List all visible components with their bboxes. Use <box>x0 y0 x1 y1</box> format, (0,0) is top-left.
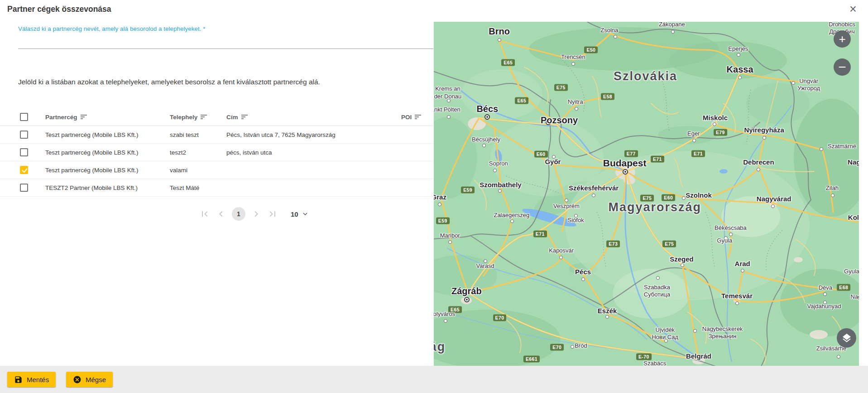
city-dot <box>484 259 487 263</box>
road-shield: E71 <box>651 155 664 162</box>
column-header-partnerceg[interactable]: Partnercég <box>45 108 87 126</box>
road-shield: E71 <box>533 230 547 237</box>
page-title: Partner cégek összevonása <box>7 5 111 14</box>
city-dot <box>681 263 684 267</box>
city-dot <box>575 107 578 111</box>
table-body: Teszt partnercég (Mobile LBS Kft.)szabi … <box>0 126 433 197</box>
page-size-select[interactable]: 10 <box>291 210 309 218</box>
save-icon <box>14 375 23 384</box>
road-shield: E65 <box>448 306 462 313</box>
city-dot <box>738 76 742 79</box>
map-canvas[interactable]: E65E50E75E65E58E79E71E60E77E71E60E75E59E… <box>434 22 859 366</box>
city-dot <box>510 219 514 223</box>
first-page-icon[interactable] <box>199 209 210 219</box>
city-dot <box>820 147 823 151</box>
city-dot <box>671 30 675 34</box>
city-dot <box>771 204 775 208</box>
table-header: Partnercég Telephely Cím POI <box>0 108 433 126</box>
table-row[interactable]: Teszt partnercég (Mobile LBS Kft.)szabi … <box>0 126 433 144</box>
city-dot <box>581 277 585 281</box>
row-checkbox[interactable] <box>20 131 28 139</box>
road-shield: E75 <box>554 84 568 91</box>
city-dot <box>498 189 502 193</box>
city-dot <box>823 292 827 296</box>
city-dot <box>693 329 697 333</box>
city-dot <box>444 319 447 323</box>
zoom-in-button[interactable]: + <box>834 30 851 48</box>
sort-icon[interactable] <box>201 114 207 120</box>
city-dot <box>571 345 574 349</box>
road-shield: E75 <box>662 240 676 247</box>
cell-telephely: szabi teszt <box>170 126 199 144</box>
cell-partnerceg: Teszt partnercég (Mobile LBS Kft.) <box>45 144 139 161</box>
city-dot <box>664 339 668 343</box>
city-dot <box>762 136 766 140</box>
city-dot <box>713 122 716 126</box>
city-dot <box>565 199 568 202</box>
city-dot <box>823 301 827 304</box>
table-row[interactable]: Teszt partnercég (Mobile LBS Kft.)valami <box>0 161 433 179</box>
footer-bar: Mentés Mégse <box>0 366 868 393</box>
city-dot <box>791 81 795 85</box>
cancel-button[interactable]: Mégse <box>66 372 113 387</box>
sort-icon[interactable] <box>241 114 248 120</box>
cell-telephely: teszt2 <box>170 144 186 161</box>
city-dot <box>724 236 728 240</box>
road-shield: E59 <box>461 187 475 194</box>
zoom-out-button[interactable]: − <box>834 58 851 76</box>
city-dot <box>848 23 851 27</box>
city-dot <box>447 99 451 102</box>
column-header-cim[interactable]: Cím <box>226 108 248 126</box>
capital-dot <box>464 297 470 302</box>
table-row[interactable]: Teszt partnercég (Mobile LBS Kft.)teszt2… <box>0 144 433 161</box>
city-dot <box>605 315 609 319</box>
road-shield: E59 <box>436 218 450 224</box>
paginator: 1 10 <box>199 204 309 224</box>
row-checkbox[interactable] <box>20 166 28 174</box>
circle-x-icon <box>73 375 82 384</box>
cell-cim: pécs, istván utca <box>226 144 272 161</box>
close-icon[interactable]: × <box>846 2 860 16</box>
road-shield: E65 <box>515 97 528 104</box>
road-shield: E60 <box>534 151 548 158</box>
city-dot <box>498 38 501 42</box>
column-header-poi[interactable]: POI <box>401 108 422 126</box>
city-dot <box>447 115 451 119</box>
city-dot <box>559 256 563 259</box>
city-dot <box>574 214 578 218</box>
row-checkbox[interactable] <box>20 148 28 156</box>
city-dot <box>837 355 840 359</box>
city-dot <box>682 196 686 200</box>
road-shield: E50 <box>584 47 598 53</box>
partner-select-label: Válaszd ki a partnercég nevét, amely alá… <box>18 25 206 32</box>
city-dot <box>493 169 497 172</box>
next-page-icon[interactable] <box>251 209 262 219</box>
road-shield: E73 <box>606 241 620 247</box>
road-shield: E79 <box>714 129 727 136</box>
save-button[interactable]: Mentés <box>7 372 56 387</box>
road-shield: E70 <box>493 315 507 321</box>
road-shield: E60 <box>662 194 675 201</box>
layers-button[interactable] <box>837 328 856 348</box>
road-shield: E75 <box>640 194 654 201</box>
road-shield: E661 <box>523 355 540 362</box>
partner-select-input[interactable] <box>18 49 433 49</box>
capital-dot <box>623 169 628 175</box>
cell-cim: Pécs, István utca 7, 7625 Magyarország <box>226 126 336 144</box>
layers-icon <box>841 333 852 344</box>
capital-dot <box>484 114 490 120</box>
sort-icon[interactable] <box>415 114 422 120</box>
sort-icon[interactable] <box>81 114 87 120</box>
road-shield: E68 <box>837 284 850 291</box>
column-header-telephely[interactable]: Telephely <box>170 108 207 126</box>
city-dot <box>571 62 575 66</box>
table-row[interactable]: TESZT2 Partner (Mobile LBS Kft.)Teszt Má… <box>0 179 433 197</box>
select-all-checkbox[interactable] <box>20 113 28 121</box>
previous-page-icon[interactable] <box>216 209 226 219</box>
city-dot <box>438 203 441 206</box>
cell-telephely: Teszt Máté <box>170 179 199 197</box>
current-page[interactable]: 1 <box>232 207 245 221</box>
row-checkbox[interactable] <box>20 184 28 192</box>
last-page-icon[interactable] <box>267 209 278 219</box>
cell-partnerceg: TESZT2 Partner (Mobile LBS Kft.) <box>45 179 138 197</box>
